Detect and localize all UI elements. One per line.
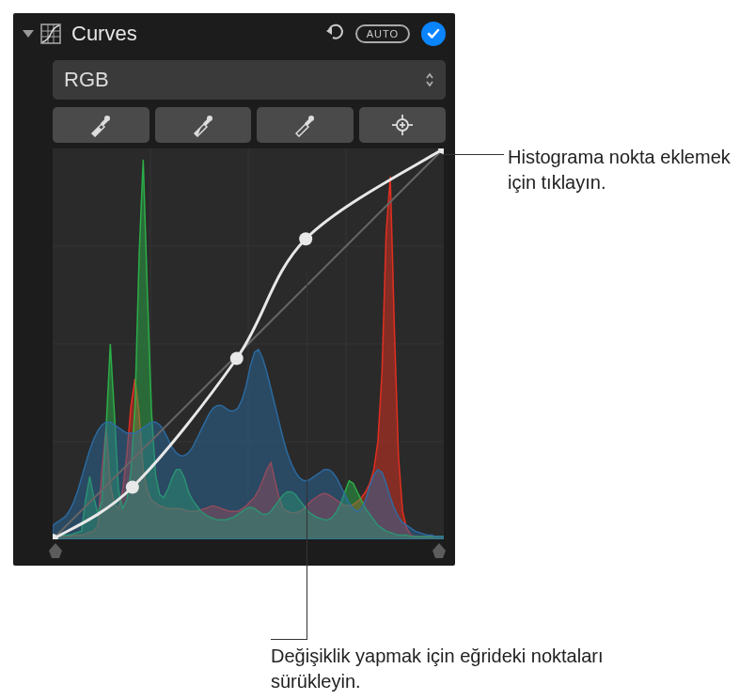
curves-panel: Curves AUTO RGB bbox=[13, 13, 455, 566]
gray-point-eyedropper[interactable] bbox=[155, 107, 252, 143]
curves-icon bbox=[39, 23, 62, 45]
eyedropper-gray-icon bbox=[191, 113, 215, 137]
curve-point[interactable] bbox=[126, 481, 139, 494]
callout-leader bbox=[442, 154, 504, 155]
black-point-eyedropper[interactable] bbox=[53, 107, 149, 143]
target-add-icon bbox=[390, 113, 415, 137]
callout-drag-points: Değişiklik yapmak için eğrideki noktalar… bbox=[271, 644, 647, 694]
svg-point-9 bbox=[207, 116, 212, 121]
black-clip-slider[interactable] bbox=[49, 543, 62, 558]
range-slider-track bbox=[53, 543, 446, 560]
white-clip-slider[interactable] bbox=[433, 543, 446, 558]
curves-graph bbox=[53, 148, 444, 539]
panel-title: Curves bbox=[71, 22, 316, 46]
channel-select[interactable]: RGB bbox=[53, 60, 446, 100]
panel-header: Curves AUTO bbox=[13, 13, 455, 54]
curve-point[interactable] bbox=[230, 351, 244, 365]
auto-button[interactable]: AUTO bbox=[355, 24, 410, 43]
disclosure-triangle-icon[interactable] bbox=[23, 30, 34, 38]
eyedropper-toolbar bbox=[53, 107, 446, 143]
checkmark-icon bbox=[427, 27, 440, 40]
add-point-button[interactable] bbox=[359, 107, 446, 143]
eyedropper-white-icon bbox=[292, 113, 317, 137]
callout-add-point: Histograma nokta eklemek için tıklayın. bbox=[508, 145, 743, 195]
eyedropper-black-icon bbox=[88, 113, 113, 137]
callout-leader bbox=[307, 272, 307, 639]
chevron-updown-icon bbox=[425, 72, 434, 87]
curves-editor[interactable] bbox=[53, 148, 444, 539]
svg-point-11 bbox=[308, 116, 314, 121]
white-point-eyedropper[interactable] bbox=[257, 107, 354, 143]
undo-icon[interactable] bbox=[322, 20, 350, 48]
enabled-toggle[interactable] bbox=[421, 22, 446, 46]
curve-point[interactable] bbox=[299, 232, 312, 245]
callout-leader bbox=[271, 639, 307, 640]
channel-select-label: RGB bbox=[64, 68, 109, 92]
svg-point-7 bbox=[104, 116, 110, 121]
